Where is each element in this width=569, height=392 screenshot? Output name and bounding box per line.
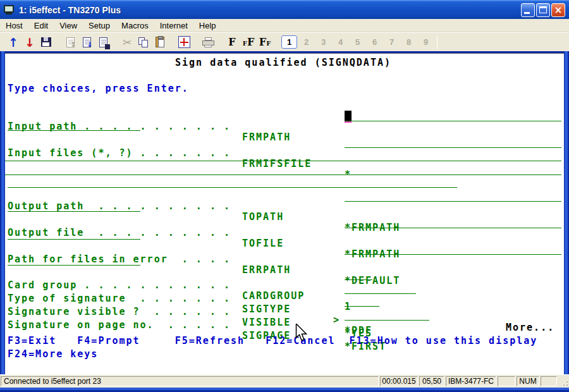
mouse-pointer xyxy=(295,324,307,345)
center-cross-icon xyxy=(178,36,190,48)
cursor-tick xyxy=(345,121,352,123)
terminal-frame: Sign data qualified (SIGNQDATA) Type cho… xyxy=(0,51,569,374)
close-button[interactable]: × xyxy=(551,3,565,17)
resize-grip[interactable] xyxy=(558,376,569,387)
field-label: Output path . . . . . . . . . . xyxy=(8,201,231,212)
session-button-9: 9 xyxy=(418,35,434,49)
font-increase-icon: FF xyxy=(243,36,254,48)
field-underline[interactable] xyxy=(345,147,561,148)
status-spare-2 xyxy=(541,376,557,386)
paste-icon xyxy=(156,37,164,47)
session-button-7: 7 xyxy=(384,35,400,49)
field-row-sig-visible: Signature visible ? . . . . . . VISIBLE … xyxy=(5,296,561,307)
field-row-card-group: Card group . . . . . . . . . . . CARDGRO… xyxy=(5,269,561,280)
floppy-icon xyxy=(41,37,51,47)
field-row-error-path: Path for files in error . . . . ERRPATH … xyxy=(5,243,561,254)
response-time: 00:00.015 xyxy=(380,376,418,386)
menu-view[interactable]: View xyxy=(54,20,83,32)
doc-down-icon: ↓ xyxy=(83,37,91,47)
print-button[interactable] xyxy=(200,35,216,50)
toolbar: ↑ ↓ ↕ ↓ ✂ F FF FF 1 2 3 4 5 6 7 8 9 xyxy=(0,32,569,51)
field-underline[interactable] xyxy=(8,239,140,240)
menu-setup[interactable]: Setup xyxy=(83,20,116,32)
paste-button[interactable] xyxy=(152,35,168,50)
session-button-8: 8 xyxy=(401,35,417,49)
save-screen-button[interactable] xyxy=(95,35,111,50)
menu-help[interactable]: Help xyxy=(193,20,222,32)
send-screen-button: ↕ xyxy=(62,35,78,50)
field-row-input-files: Input files (*, ?) . . . . . . . FRMIFSF… xyxy=(5,137,561,148)
font-decrease-button[interactable]: FF xyxy=(257,35,273,50)
field-underline[interactable] xyxy=(345,254,561,255)
field-underline[interactable] xyxy=(345,228,561,228)
field-row-output-file: Output file . . . . . . . . . . TOFILE *… xyxy=(5,217,561,228)
screen-title: Sign data qualified (SIGNQDATA) xyxy=(5,58,561,68)
session-button-2: 2 xyxy=(298,35,314,49)
up-arrow-icon: ↑ xyxy=(8,35,18,49)
field-underline[interactable] xyxy=(345,201,561,202)
more-indicator: More... xyxy=(506,322,554,333)
field-underline[interactable] xyxy=(345,306,379,307)
field-underline[interactable] xyxy=(8,211,140,212)
menu-macros[interactable]: Macros xyxy=(116,20,154,32)
field-row-sig-type: Type of signature . . . . . . . SIGTYPE … xyxy=(5,283,561,293)
field-underline[interactable] xyxy=(8,130,140,131)
field-underline[interactable] xyxy=(345,121,561,121)
minimize-button[interactable] xyxy=(521,3,535,17)
field-underline[interactable] xyxy=(5,161,561,161)
menu-edit[interactable]: Edit xyxy=(28,20,54,32)
maximize-button[interactable] xyxy=(536,3,550,17)
terminal-screen[interactable]: Sign data qualified (SIGNQDATA) Type cho… xyxy=(5,53,564,374)
font-icon: F xyxy=(228,36,235,48)
menu-internet[interactable]: Internet xyxy=(154,20,193,32)
field-underline[interactable] xyxy=(345,279,372,280)
window-bottom-edge xyxy=(0,388,569,392)
copy-button[interactable] xyxy=(135,35,152,50)
session-button-4: 4 xyxy=(333,35,348,49)
fkeys-line-2: F24=More keys xyxy=(8,349,98,360)
field-row-input-path: Input path . . . . . . . . . . . FRMPATH xyxy=(5,111,561,121)
connection-status: Connected to i5effect port 23 xyxy=(1,376,379,386)
cut-button: ✂ xyxy=(119,35,135,50)
screen-instruction: Type choices, press Enter. xyxy=(8,83,189,94)
menu-bar: Host Edit View Setup Macros Internet Hel… xyxy=(0,19,569,32)
num-lock-indicator: NUM xyxy=(517,376,539,386)
capture-screen-button[interactable]: ↓ xyxy=(78,35,95,50)
session-button-6: 6 xyxy=(367,35,382,49)
status-bar: Connected to i5effect port 23 00:00.015 … xyxy=(0,374,569,388)
save-button[interactable] xyxy=(38,35,54,50)
field-underline[interactable] xyxy=(345,320,429,321)
field-underline[interactable] xyxy=(345,293,416,294)
field-label: Output file . . . . . . . . . . xyxy=(8,228,231,238)
download-button[interactable]: ↓ xyxy=(21,35,38,50)
fkeys-line-1: F3=Exit F4=Prompt F5=Refresh F12=Cancel … xyxy=(8,336,537,346)
font-increase-button[interactable]: FF xyxy=(240,35,257,50)
session-button-1[interactable]: 1 xyxy=(281,35,297,49)
doc-updown-icon: ↕ xyxy=(66,37,75,47)
printer-icon xyxy=(202,37,214,47)
copy-icon xyxy=(138,37,149,47)
doc-save-icon xyxy=(99,37,107,47)
upload-button[interactable]: ↑ xyxy=(5,35,21,50)
field-underline[interactable] xyxy=(8,187,457,188)
field-label: Signature on page no. . . . . . xyxy=(8,320,231,331)
terminal-cursor xyxy=(345,111,352,121)
field-row-output-path: Output path . . . . . . . . . . TOPATH *… xyxy=(5,190,561,201)
device-type: IBM-3477-FC xyxy=(446,376,496,386)
cursor-position: 05,50 xyxy=(419,376,444,386)
field-row-sig-page: Signature on page no. . . . . . SIGPAGE … xyxy=(5,309,561,320)
font-button[interactable]: F xyxy=(224,35,240,50)
font-decrease-icon: FF xyxy=(259,36,271,48)
session-button-3: 3 xyxy=(315,35,331,49)
window-title: 1: i5effect - TN3270 Plus xyxy=(19,5,521,15)
field-underline[interactable] xyxy=(8,265,140,266)
menu-host[interactable]: Host xyxy=(0,20,28,32)
status-spare-1 xyxy=(498,376,515,386)
scissors-icon: ✂ xyxy=(123,36,132,49)
title-bar: 1: i5effect - TN3270 Plus × xyxy=(0,0,569,19)
center-screen-button[interactable] xyxy=(176,35,192,50)
field-label: Input files (*, ?) . . . . . . . xyxy=(8,148,231,159)
session-button-5: 5 xyxy=(350,35,365,49)
app-icon xyxy=(4,5,15,15)
field-underline[interactable] xyxy=(5,175,561,175)
